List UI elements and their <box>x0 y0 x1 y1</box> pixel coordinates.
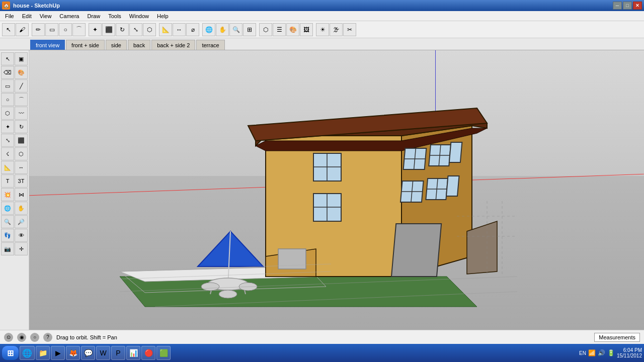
tab-terrace[interactable]: terrace <box>196 40 224 50</box>
titlebar: 🏠 house - SketchUp ─ □ ✕ <box>0 0 644 11</box>
line-button[interactable]: ╱ <box>15 79 28 93</box>
pushpull-button[interactable]: ⬛ <box>15 134 28 147</box>
tab-back[interactable]: back <box>128 40 150 50</box>
intersect-button[interactable]: ⋈ <box>15 188 28 201</box>
taskbar-media[interactable]: ▶ <box>51 346 65 360</box>
paint-tool[interactable]: 🖌 <box>16 23 29 36</box>
pan-tool[interactable]: ✋ <box>216 23 229 36</box>
orbit-tool[interactable]: 🌐 <box>202 23 215 36</box>
axes-button[interactable]: ✛ <box>15 242 28 255</box>
rotate-tool[interactable]: ↻ <box>116 23 129 36</box>
styles[interactable]: 🖼 <box>300 23 313 36</box>
tape-tool[interactable]: 📐 <box>159 23 172 36</box>
rotate-button[interactable]: ↻ <box>15 120 28 133</box>
arc-tool[interactable]: ⌒ <box>72 23 86 36</box>
taskbar-explorer[interactable]: 📁 <box>36 346 50 360</box>
rectangle-tool[interactable]: ▭ <box>45 23 58 36</box>
zoom-button[interactable]: 🔍 <box>1 215 14 228</box>
circle-tool[interactable]: ○ <box>59 23 72 36</box>
select-button[interactable]: ↖ <box>1 52 14 65</box>
tab-back-side-2[interactable]: back + side 2 <box>151 40 195 50</box>
dimension-button[interactable]: ↔ <box>15 161 28 174</box>
titlebar-controls: ─ □ ✕ <box>613 2 642 10</box>
circle-button[interactable]: ○ <box>1 93 14 106</box>
components[interactable]: ☰ <box>273 23 286 36</box>
scale-tool[interactable]: ⤡ <box>129 23 142 36</box>
explode-button[interactable]: 💥 <box>1 188 14 201</box>
house-svg <box>105 75 517 330</box>
orbit-button[interactable]: 🌐 <box>1 202 14 215</box>
taskbar-app2[interactable]: 🔴 <box>141 346 155 360</box>
taskbar-app3[interactable]: 🟩 <box>156 346 171 360</box>
move-tool[interactable]: ✦ <box>89 23 102 36</box>
zoom-window-button[interactable]: 🔎 <box>15 215 28 228</box>
taskbar-chat[interactable]: 💬 <box>81 346 95 360</box>
minimize-button[interactable]: ─ <box>613 2 622 10</box>
shadows[interactable]: ☀ <box>316 23 329 36</box>
taskbar-app1[interactable]: 📊 <box>126 346 140 360</box>
walkthrgh-button[interactable]: 👣 <box>1 229 14 242</box>
taskbar-volume-icon: 🔊 <box>598 349 605 356</box>
rect-button[interactable]: ▭ <box>1 79 14 93</box>
menu-file[interactable]: File <box>1 12 18 20</box>
close-button[interactable]: ✕ <box>633 2 642 10</box>
menu-draw[interactable]: Draw <box>83 12 104 20</box>
offset-button[interactable]: ⬡ <box>15 147 28 160</box>
taskbar: ⊞ 🌐 📁 ▶ 🦊 💬 W P 📊 🔴 🟩 EN 📶 🔊 🔋 6:04 PM 1… <box>0 344 644 362</box>
main-area: ↖ ▣ ⌫ 🎨 ▭ ╱ ○ ⌒ ⬡ 〰 ✦ ↻ ⤡ ⬛ ☇ ⬡ <box>0 50 644 330</box>
app-icon: 🏠 <box>2 2 10 10</box>
menu-window[interactable]: Window <box>125 12 153 20</box>
tab-side[interactable]: side <box>106 40 127 50</box>
freehand-button[interactable]: 〰 <box>15 107 28 120</box>
zoom-extents[interactable]: ⊞ <box>243 23 256 36</box>
menu-tools[interactable]: Tools <box>104 12 125 20</box>
text-button[interactable]: T <box>1 174 14 188</box>
lookat-button[interactable]: 👁 <box>15 229 28 242</box>
maximize-button[interactable]: □ <box>623 2 632 10</box>
fog[interactable]: 🌫 <box>330 23 343 36</box>
scene-tabs: front view front + side side back back +… <box>0 38 644 50</box>
left-toolbar: ↖ ▣ ⌫ 🎨 ▭ ╱ ○ ⌒ ⬡ 〰 ✦ ↻ ⤡ ⬛ ☇ ⬡ <box>0 50 29 330</box>
materials[interactable]: 🎨 <box>286 23 299 36</box>
viewport[interactable] <box>29 50 644 330</box>
status-icon-2: ◉ <box>17 333 26 342</box>
push-pull-tool[interactable]: ⬛ <box>102 23 115 36</box>
menu-help[interactable]: Help <box>153 12 173 20</box>
make-component[interactable]: ⬡ <box>259 23 272 36</box>
status-icon-3: ○ <box>30 333 39 342</box>
followme-button[interactable]: ☇ <box>1 147 14 160</box>
move-button[interactable]: ✦ <box>1 120 14 133</box>
svg-rect-20 <box>449 142 462 162</box>
taskbar-word[interactable]: W <box>96 346 110 360</box>
menu-edit[interactable]: Edit <box>18 12 36 20</box>
polygon-button[interactable]: ⬡ <box>1 107 14 120</box>
eraser-button[interactable]: ⌫ <box>1 66 14 79</box>
start-button[interactable]: ⊞ <box>2 346 19 360</box>
scale-button[interactable]: ⤡ <box>1 134 14 147</box>
arc-button[interactable]: ⌒ <box>15 93 28 106</box>
taskbar-powerpoint[interactable]: P <box>111 346 125 360</box>
taskbar-ie[interactable]: 🌐 <box>20 346 35 360</box>
3dtext-button[interactable]: 3T <box>15 174 28 188</box>
taskbar-battery-icon: 🔋 <box>607 349 615 356</box>
select-tool[interactable]: ↖ <box>2 23 15 36</box>
tab-front-side[interactable]: front + side <box>66 40 105 50</box>
pan-button[interactable]: ✋ <box>15 202 28 215</box>
taskbar-time: 6:04 PM <box>617 347 642 353</box>
offset-tool[interactable]: ⬡ <box>143 23 156 36</box>
draw-tool[interactable]: ✏ <box>32 23 45 36</box>
position-camera[interactable]: 📷 <box>1 242 14 255</box>
selection-button[interactable]: ▣ <box>15 52 28 65</box>
titlebar-left: 🏠 house - SketchUp <box>2 2 60 10</box>
paint-bucket-button[interactable]: 🎨 <box>15 66 28 79</box>
zoom-tool[interactable]: 🔍 <box>229 23 243 36</box>
menu-camera[interactable]: Camera <box>55 12 83 20</box>
menu-view[interactable]: View <box>36 12 56 20</box>
section-cut[interactable]: ✂ <box>343 23 356 36</box>
protractor-tool[interactable]: ⌀ <box>186 23 199 36</box>
dimension-tool[interactable]: ↔ <box>173 23 186 36</box>
measurements-panel: Measurements <box>594 333 640 342</box>
taskbar-firefox[interactable]: 🦊 <box>66 346 80 360</box>
tape-button[interactable]: 📐 <box>1 161 14 174</box>
tab-front-view[interactable]: front view <box>30 40 65 50</box>
